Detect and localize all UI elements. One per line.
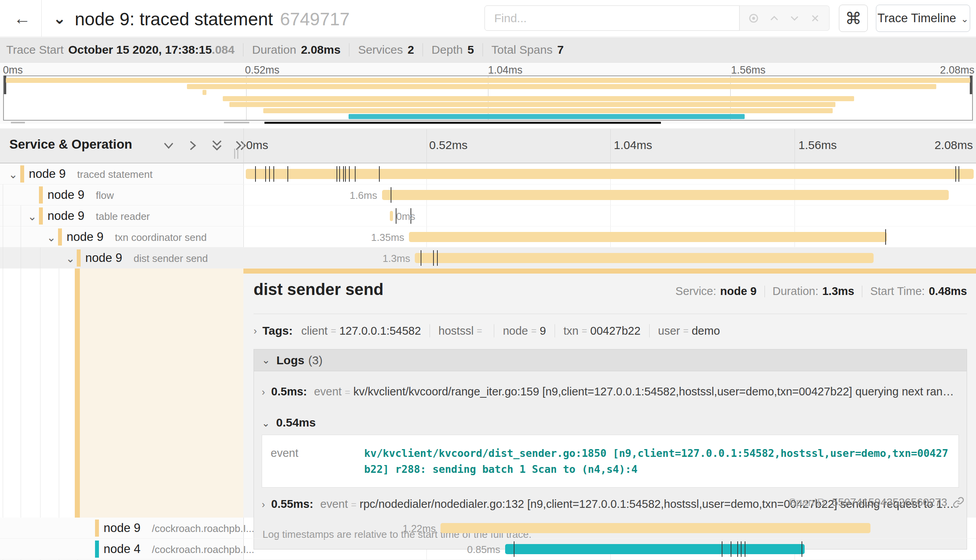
span-name-cell[interactable]: ⌄node 9txn coordinator send — [0, 226, 243, 248]
span-row-txn-coordinator-send[interactable]: ⌄node 9txn coordinator send1.35ms — [0, 226, 976, 248]
minimap-mark — [224, 122, 249, 123]
span-detail-panel: dist sender send Service:node 9Duration:… — [243, 269, 976, 518]
operation-name[interactable]: flow — [96, 190, 114, 202]
span-detail-meta: Service:node 9Duration:1.3msStart Time:0… — [675, 285, 967, 298]
find-prev-icon[interactable] — [768, 12, 781, 25]
find-box — [484, 5, 740, 31]
ruler-gridline — [426, 129, 427, 163]
span-bar[interactable] — [440, 523, 870, 533]
span-timeline-cell[interactable]: 1.3ms — [243, 248, 976, 269]
back-button[interactable]: ← — [11, 7, 33, 30]
log-entry[interactable]: ›0.5ms:event=kv/kvclient/kvcoord/range_i… — [260, 375, 960, 408]
service-name[interactable]: node 9 — [29, 167, 66, 181]
chevron-down-icon: ⌄ — [961, 14, 969, 25]
span-expander-icon[interactable]: ⌄ — [9, 168, 18, 181]
tags-label: Tags: — [262, 324, 293, 337]
tag-item: hostssl= — [439, 325, 485, 337]
span-bar[interactable] — [390, 211, 393, 221]
timeline-ruler-label: 0ms — [246, 139, 268, 152]
span-bar[interactable] — [505, 544, 805, 554]
minimap-ruler-label: 2.08ms — [940, 64, 974, 76]
logs-header[interactable]: ⌄ Logs (3) — [254, 349, 967, 371]
summary-item: Depth5 — [432, 43, 474, 56]
span-bar[interactable] — [382, 190, 949, 200]
span-name-cell[interactable]: node 4/cockroach.roachpb.I... — [0, 539, 243, 560]
minimap-span-bar — [6, 78, 970, 83]
span-duration-label: 1.6ms — [350, 190, 377, 202]
tags-expand-icon[interactable]: › — [254, 325, 257, 337]
span-timeline-cell[interactable]: 0.85ms — [243, 539, 976, 560]
span-name-cell[interactable]: ⌄node 9table reader — [0, 205, 243, 226]
service-name[interactable]: node 9 — [85, 251, 122, 265]
span-log-tick — [955, 166, 956, 182]
span-expander-icon[interactable]: ⌄ — [66, 252, 75, 265]
meta-separator — [765, 286, 765, 297]
operation-name[interactable]: /cockroach.roachpb.I... — [152, 523, 254, 535]
span-log-tick — [287, 166, 288, 182]
log-entry-expanded-header[interactable]: ⌄0.54ms — [260, 408, 960, 435]
span-timeline-cell[interactable]: 1.6ms — [243, 184, 976, 205]
span-bar[interactable] — [409, 232, 886, 242]
column-resize-handle[interactable] — [234, 149, 238, 159]
timeline-ruler-label: 0.52ms — [429, 139, 467, 152]
service-name[interactable]: node 9 — [48, 209, 85, 223]
span-timeline-cell[interactable]: 1.22ms — [243, 518, 976, 539]
minimap-ruler-label: 1.04ms — [488, 64, 523, 76]
span-expander-icon[interactable]: ⌄ — [28, 210, 37, 223]
operation-name[interactable]: table reader — [96, 211, 150, 223]
span-row--cockroach-roachpb-i-[interactable]: node 9/cockroach.roachpb.I...1.22ms — [0, 518, 976, 539]
meta-label: Start Time: — [870, 285, 925, 298]
span-row-traced-statement[interactable]: ⌄node 9traced statement — [0, 163, 976, 184]
span-log-tick — [722, 541, 722, 557]
tags-row[interactable]: › Tags: client=127.0.0.1:54582hostssl=no… — [254, 324, 967, 337]
operation-name[interactable]: txn coordinator send — [115, 232, 207, 244]
span-bar[interactable] — [415, 253, 874, 263]
logs-count: (3) — [308, 354, 322, 367]
minimap-span-bar — [187, 84, 936, 89]
find-next-icon[interactable] — [788, 12, 801, 25]
span-name-cell[interactable]: node 9flow — [0, 184, 243, 205]
span-log-tick — [255, 166, 256, 182]
find-input[interactable] — [485, 6, 739, 30]
service-name[interactable]: node 4 — [104, 542, 141, 556]
collapse-one-icon[interactable] — [162, 139, 176, 153]
minimap-viewport[interactable] — [3, 75, 973, 121]
expand-one-icon[interactable] — [186, 139, 200, 153]
meta-value: 0.48ms — [929, 285, 967, 298]
meta-value: node 9 — [720, 285, 756, 298]
operation-name[interactable]: /cockroach.roachpb.I... — [152, 544, 254, 556]
minimap-span-bar — [229, 102, 835, 107]
span-row-dist-sender-send[interactable]: ⌄node 9dist sender send1.3ms — [0, 248, 976, 269]
span-timeline-cell[interactable]: 0ms — [243, 205, 976, 226]
service-name[interactable]: node 9 — [67, 230, 104, 244]
find-clear-icon[interactable] — [809, 12, 822, 25]
collapse-all-icon[interactable] — [210, 139, 224, 153]
span-name-cell[interactable]: ⌄node 9dist sender send — [0, 248, 243, 269]
span-row-flow[interactable]: node 9flow1.6ms — [0, 184, 976, 205]
service-name[interactable]: node 9 — [48, 188, 85, 202]
span-timeline-cell[interactable] — [243, 163, 976, 184]
minimap-span-bar — [223, 96, 854, 101]
tag-item: node=9 — [503, 325, 546, 337]
operation-name[interactable]: dist sender send — [134, 253, 208, 265]
span-timeline-cell[interactable]: 1.35ms — [243, 226, 976, 248]
span-expander-icon[interactable]: ⌄ — [47, 231, 56, 244]
span-detail-region: dist sender send Service:node 9Duration:… — [0, 269, 976, 518]
operation-name[interactable]: traced statement — [77, 169, 153, 181]
locate-icon[interactable] — [747, 12, 760, 25]
span-name-cell[interactable]: node 9/cockroach.roachpb.I... — [0, 518, 243, 539]
trace-collapse-chevron-icon[interactable]: ⌄ — [53, 9, 66, 27]
span-row--cockroach-roachpb-i-[interactable]: node 4/cockroach.roachpb.I...0.85ms — [0, 539, 976, 560]
span-id-label: SpanID: — [789, 496, 828, 509]
ruler-gridline — [795, 129, 795, 163]
keyboard-shortcuts-button[interactable]: ⌘ — [839, 5, 868, 32]
span-row-table-reader[interactable]: ⌄node 9table reader0ms — [0, 205, 976, 226]
detail-divider — [254, 314, 967, 314]
deep-link-icon[interactable] — [953, 497, 964, 508]
service-name[interactable]: node 9 — [104, 521, 141, 535]
timeline-column-header: Service & Operation 0ms0.52ms1.04ms1.56m… — [0, 128, 976, 163]
span-log-tick — [433, 250, 434, 266]
span-name-cell[interactable]: ⌄node 9traced statement — [0, 163, 243, 184]
span-log-tick — [343, 166, 344, 182]
trace-view-selector[interactable]: Trace Timeline ⌄ — [876, 5, 970, 32]
